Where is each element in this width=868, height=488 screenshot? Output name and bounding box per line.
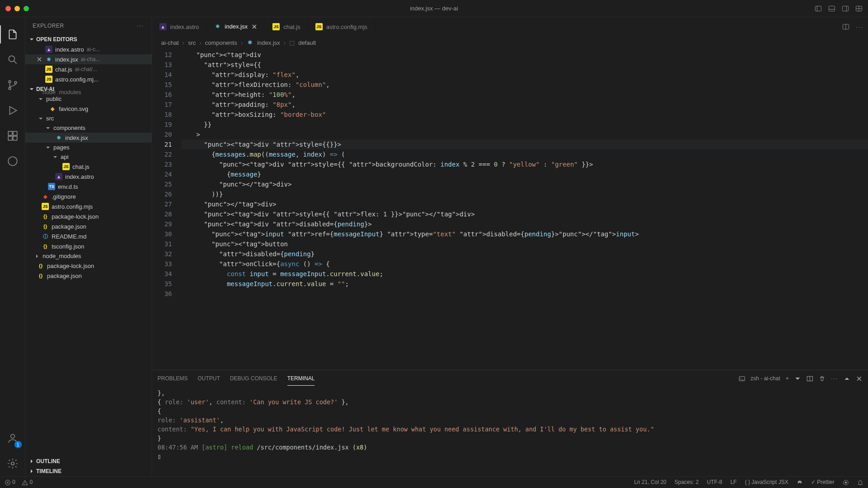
- svg-point-9: [9, 56, 14, 62]
- activity-remote[interactable]: [0, 148, 25, 174]
- split-editor-icon[interactable]: [842, 23, 849, 30]
- status-copilot-icon[interactable]: [796, 479, 803, 486]
- accounts-badge: 1: [14, 441, 22, 448]
- status-indentation[interactable]: Spaces: 2: [675, 479, 699, 485]
- toggle-primary-sidebar-icon[interactable]: [815, 5, 822, 12]
- tab-index-jsx[interactable]: ⚛ index.jsx: [207, 17, 266, 36]
- activity-explorer[interactable]: [0, 22, 25, 47]
- terminal-output[interactable]: }, { role: 'user', content: 'Can you wri…: [152, 387, 868, 476]
- close-icon[interactable]: [251, 24, 258, 30]
- editor-group: ▲ index.astro ⚛ index.jsx JS chat.js JS …: [152, 17, 868, 476]
- more-actions-icon[interactable]: ···: [856, 24, 863, 30]
- timeline-section[interactable]: TIMELINE: [25, 466, 152, 476]
- split-terminal-icon[interactable]: [806, 375, 813, 382]
- activity-run-debug[interactable]: [0, 98, 25, 123]
- file-favicon[interactable]: ◈ favicon.svg: [25, 104, 152, 114]
- file-astro-config[interactable]: JS astro.config.mjs: [25, 201, 152, 211]
- new-terminal-icon[interactable]: +: [786, 375, 789, 382]
- open-editor-item[interactable]: JS chat.js ai-chat/...: [25, 64, 152, 74]
- status-feedback-icon[interactable]: [843, 479, 849, 486]
- toggle-secondary-sidebar-icon[interactable]: [842, 5, 849, 12]
- js-file-icon: JS: [45, 76, 52, 83]
- folder-pages[interactable]: pages: [25, 143, 152, 152]
- more-actions-icon[interactable]: ···: [831, 375, 838, 382]
- folder-public[interactable]: public: [25, 94, 152, 104]
- file-package-lock[interactable]: {} package-lock.json: [25, 211, 152, 221]
- panel-tab-terminal[interactable]: TERMINAL: [287, 372, 315, 386]
- activity-search[interactable]: [0, 47, 25, 72]
- file-chat-js[interactable]: JS chat.js: [25, 162, 152, 172]
- more-actions-icon[interactable]: ···: [137, 23, 144, 29]
- open-editors-section[interactable]: OPEN EDITORS: [25, 34, 152, 44]
- panel-tab-output[interactable]: OUTPUT: [198, 372, 220, 385]
- json-file-icon: {}: [42, 213, 49, 220]
- chevron-down-icon[interactable]: [794, 375, 801, 382]
- astro-file-icon: ▲: [159, 23, 167, 30]
- status-warnings[interactable]: 0: [22, 479, 33, 486]
- status-language[interactable]: { } JavaScript JSX: [745, 479, 788, 485]
- panel-tab-debug[interactable]: DEBUG CONSOLE: [230, 372, 277, 385]
- folder-components[interactable]: components: [25, 123, 152, 133]
- react-file-icon: ⚛: [246, 39, 253, 46]
- status-encoding[interactable]: UTF-8: [707, 479, 722, 485]
- file-env-dts[interactable]: TS env.d.ts: [25, 182, 152, 191]
- outline-section[interactable]: OUTLINE: [25, 456, 152, 466]
- status-prettier[interactable]: ✓ Prettier: [811, 479, 835, 485]
- file-package-json[interactable]: {} package.json: [25, 221, 152, 231]
- terminal-profile-icon[interactable]: [739, 375, 745, 382]
- file-readme[interactable]: ⓘ README.md: [25, 231, 152, 241]
- svg-point-11: [9, 81, 11, 83]
- customize-layout-icon[interactable]: [855, 5, 863, 12]
- tab-index-astro[interactable]: ▲ index.astro: [152, 17, 207, 36]
- activity-accounts[interactable]: 1: [0, 426, 25, 451]
- gear-icon: [7, 458, 19, 469]
- status-errors[interactable]: 0: [5, 479, 15, 486]
- panel-tab-problems[interactable]: PROBLEMS: [157, 372, 188, 385]
- tab-chat-js[interactable]: JS chat.js: [265, 17, 308, 36]
- tab-astro-config[interactable]: JS astro.config.mjs: [308, 17, 375, 36]
- file-index-jsx[interactable]: ⚛ index.jsx: [25, 133, 152, 143]
- open-editor-item[interactable]: JS astro.config.mj...: [25, 74, 152, 84]
- file-package-json-root[interactable]: {} package.json: [25, 271, 152, 281]
- open-editor-item[interactable]: ⚛ index.jsx ai-cha...: [25, 54, 152, 64]
- traffic-lights[interactable]: [5, 6, 29, 11]
- close-icon[interactable]: [36, 56, 43, 62]
- svg-rect-4: [843, 6, 849, 11]
- status-cursor-position[interactable]: Ln 21, Col 20: [634, 479, 666, 485]
- status-eol[interactable]: LF: [730, 479, 737, 485]
- open-editor-item[interactable]: ▲ index.astro ai-c...: [25, 44, 152, 54]
- git-file-icon: ◆: [42, 193, 49, 200]
- json-file-icon: {}: [37, 262, 44, 269]
- close-icon[interactable]: [856, 375, 863, 382]
- status-bell-icon[interactable]: [857, 479, 863, 486]
- activity-source-control[interactable]: [0, 72, 25, 98]
- file-package-lock-root[interactable]: {} package-lock.json: [25, 261, 152, 271]
- folder-src[interactable]: src: [25, 114, 152, 123]
- svg-rect-17: [13, 136, 17, 140]
- file-index-astro[interactable]: ▲ index.astro: [25, 172, 152, 182]
- file-tsconfig[interactable]: {} tsconfig.json: [25, 241, 152, 251]
- code-editor[interactable]: 1213141516171819202122232425262728293031…: [152, 49, 868, 370]
- bottom-panel: PROBLEMS OUTPUT DEBUG CONSOLE TERMINAL z…: [152, 370, 868, 476]
- js-file-icon: JS: [45, 66, 52, 73]
- folder-api[interactable]: api: [25, 152, 152, 162]
- breadcrumb[interactable]: ai-chat› src› components› ⚛ index.jsx› ⬚…: [152, 36, 868, 49]
- maximize-window-icon[interactable]: [24, 6, 29, 11]
- activity-extensions[interactable]: [0, 123, 25, 148]
- file-tree-item[interactable]: node_modules: [25, 90, 152, 94]
- folder-node-modules[interactable]: node_modules: [25, 251, 152, 261]
- files-icon: [7, 29, 19, 40]
- activity-settings[interactable]: [0, 451, 25, 476]
- minimize-window-icon[interactable]: [14, 6, 20, 11]
- svg-rect-2: [829, 6, 835, 11]
- svg-rect-0: [816, 6, 821, 11]
- explorer-title: EXPLORER: [33, 23, 64, 29]
- code-content[interactable]: "punc"><"tag">div "attr">style={{ "attr"…: [181, 49, 868, 370]
- chevron-up-icon[interactable]: [844, 375, 850, 382]
- js-file-icon: JS: [42, 203, 49, 210]
- file-gitignore[interactable]: ◆ .gitignore: [25, 191, 152, 201]
- terminal-shell-label[interactable]: zsh - ai-chat: [751, 375, 780, 382]
- close-window-icon[interactable]: [5, 6, 11, 11]
- toggle-panel-icon[interactable]: [828, 5, 835, 12]
- trash-icon[interactable]: [819, 375, 825, 382]
